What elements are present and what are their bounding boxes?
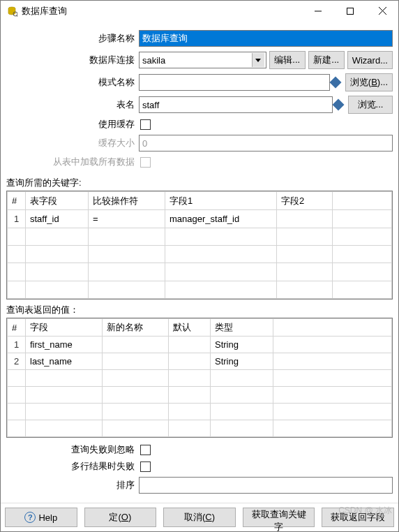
- browse-schema-button[interactable]: 浏览(B)...: [345, 73, 393, 91]
- window-title: 数据库查询: [22, 5, 302, 17]
- schema-input[interactable]: [139, 74, 330, 91]
- ignore-fail-checkbox[interactable]: [140, 445, 151, 455]
- svg-line-2: [17, 15, 17, 17]
- fail-multi-label: 多行结果时失败: [6, 460, 139, 473]
- returns-col-num[interactable]: #: [8, 319, 26, 337]
- returns-col-type[interactable]: 类型: [211, 319, 273, 337]
- returns-col-default[interactable]: 默认: [169, 319, 211, 337]
- button-bar: ? Help 定(O) 取消(C) 获取查询关键字 获取返回字段: [1, 503, 398, 531]
- edit-connection-button[interactable]: 编辑...: [269, 51, 306, 69]
- wizard-button[interactable]: Wizard...: [347, 51, 393, 69]
- db-connection-select[interactable]: sakila: [139, 52, 266, 68]
- table-row[interactable]: 1 first_name String: [8, 337, 392, 353]
- db-connection-label: 数据库连接: [6, 54, 139, 66]
- table-input[interactable]: [139, 96, 333, 113]
- ignore-fail-label: 查询失败则忽略: [6, 443, 139, 456]
- db-connection-value: sakila: [142, 55, 165, 66]
- chevron-down-icon: [252, 53, 264, 67]
- returns-col-field[interactable]: 字段: [26, 319, 103, 337]
- cancel-button[interactable]: 取消(C): [163, 508, 236, 527]
- step-name-label: 步骤名称: [6, 32, 139, 45]
- table-row[interactable]: .: [8, 263, 392, 281]
- browse-table-button[interactable]: 浏览...: [348, 96, 393, 114]
- sort-input[interactable]: [139, 477, 393, 494]
- table-row[interactable]: .: [8, 404, 392, 420]
- svg-marker-7: [255, 59, 261, 62]
- keys-col-field[interactable]: 表字段: [26, 192, 89, 210]
- returns-col-newname[interactable]: 新的名称: [103, 319, 169, 337]
- table-label: 表名: [6, 98, 139, 111]
- maximize-button[interactable]: [334, 1, 366, 21]
- diamond-icon[interactable]: [333, 99, 345, 111]
- cache-size-label: 缓存大小: [6, 137, 139, 149]
- step-name-input[interactable]: [139, 30, 393, 47]
- table-row[interactable]: .: [8, 246, 392, 263]
- table-row[interactable]: .: [8, 370, 392, 387]
- keys-col-op[interactable]: 比较操作符: [89, 192, 165, 210]
- fail-multi-checkbox[interactable]: [140, 461, 151, 472]
- minimize-button[interactable]: [302, 1, 334, 21]
- close-button[interactable]: [366, 1, 398, 21]
- app-icon: [6, 6, 17, 17]
- table-row[interactable]: .: [8, 228, 392, 245]
- keys-table[interactable]: # 表字段 比较操作符 字段1 字段2 1 staff_id = manager…: [6, 191, 393, 300]
- use-cache-checkbox[interactable]: [140, 119, 151, 130]
- new-connection-button[interactable]: 新建...: [308, 51, 345, 69]
- help-button[interactable]: ? Help: [5, 508, 77, 527]
- keys-col-f2[interactable]: 字段2: [277, 192, 333, 210]
- titlebar: 数据库查询: [1, 1, 398, 22]
- table-row[interactable]: 2 last_name String: [8, 353, 392, 370]
- table-row[interactable]: .: [8, 420, 392, 436]
- keys-section-label: 查询所需的关键字:: [6, 177, 393, 189]
- keys-col-f1[interactable]: 字段1: [165, 192, 277, 210]
- svg-rect-4: [347, 8, 354, 14]
- returns-section-label: 查询表返回的值：: [6, 304, 393, 316]
- table-row[interactable]: 1 staff_id = manager_staff_id: [8, 210, 392, 228]
- sort-label: 排序: [6, 479, 139, 492]
- cache-size-input: [139, 135, 393, 152]
- diamond-icon[interactable]: [329, 77, 341, 89]
- load-all-label: 从表中加载所有数据: [6, 156, 139, 168]
- table-row[interactable]: .: [8, 281, 392, 298]
- ok-button[interactable]: 定(O): [84, 508, 157, 527]
- keys-col-num[interactable]: #: [8, 192, 26, 210]
- load-all-checkbox: [140, 157, 151, 168]
- get-keys-button[interactable]: 获取查询关键字: [243, 508, 315, 527]
- get-returns-button[interactable]: 获取返回字段: [322, 508, 394, 527]
- help-icon: ?: [24, 512, 36, 523]
- table-row[interactable]: .: [8, 387, 392, 404]
- schema-label: 模式名称: [6, 76, 139, 89]
- use-cache-label: 使用缓存: [6, 118, 139, 131]
- returns-table[interactable]: # 字段 新的名称 默认 类型 1 first_name String 2: [6, 318, 393, 438]
